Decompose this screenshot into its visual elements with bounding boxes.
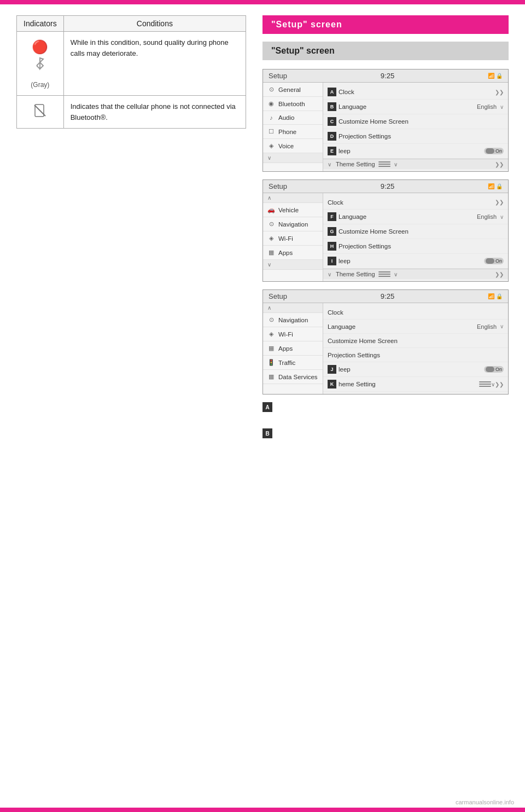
row-label-clock-3: Clock — [328, 309, 504, 316]
setup-titlebar-3: Setup 9:25 📶 🔒 — [263, 290, 508, 303]
row-value-language-2: English — [477, 213, 497, 220]
row-label-projection: Projection Settings — [339, 133, 504, 140]
menu-item-traffic[interactable]: 🚦 Traffic — [263, 356, 323, 370]
menu-item-apps-2[interactable]: ▦ Apps — [263, 341, 323, 356]
setup-row-language-3[interactable]: Language English ∨ — [323, 320, 508, 334]
toggle-sleep[interactable]: On — [484, 148, 504, 154]
theme-row-2[interactable]: Theme Setting ∨ — [331, 271, 495, 277]
badge-G: G — [328, 227, 336, 236]
dropdown-icon-2: ∨ — [500, 214, 504, 220]
setup-row-language[interactable]: B Language English ∨ — [323, 100, 508, 114]
setup-row-theme-3[interactable]: K heme Setting ∨ ❯❯ — [323, 377, 508, 392]
menu-item-wifi[interactable]: ◈ Wi-Fi — [263, 231, 323, 246]
bluetooth-svg — [32, 57, 48, 72]
data-services-icon: ▦ — [267, 373, 275, 380]
menu-item-bluetooth[interactable]: ◉ Bluetooth — [263, 97, 323, 111]
row-label-home: Customize Home Screen — [339, 118, 504, 125]
navigation-icon-2: ⊙ — [267, 316, 275, 323]
toggle-sleep-2[interactable]: On — [484, 258, 504, 264]
setup-row-projection[interactable]: D Projection Settings — [323, 129, 508, 144]
chevron-down-icon-2: ∨ — [328, 161, 331, 167]
setup-row-clock-2[interactable]: Clock ❯❯ — [323, 195, 508, 210]
row-value-language-3: English — [477, 323, 497, 330]
chevron-up-icon-2: ∧ — [267, 305, 271, 311]
setup-time-3: 9:25 — [381, 292, 394, 300]
setup-row-sleep-2[interactable]: I leep On — [323, 254, 508, 269]
setup-row-language-2[interactable]: F Language English ∨ — [323, 210, 508, 224]
menu-scroll-up-2[interactable]: ∧ — [263, 193, 323, 203]
menu-item-audio[interactable]: ♪ Audio — [263, 111, 323, 125]
setup-left-menu-3: ∧ ⊙ Navigation ◈ Wi-Fi ▦ Apps — [263, 303, 323, 394]
menu-item-voice[interactable]: ◈ Voice — [263, 139, 323, 153]
right-column: "Setup" screen "Setup" screen Setup 9:25… — [262, 15, 509, 446]
badge-C: C — [328, 117, 336, 126]
row-label-clock-2: Clock — [328, 199, 495, 206]
double-arrow-icon-4: ❯❯ — [495, 381, 504, 387]
menu-scroll-down[interactable]: ∨ — [263, 153, 323, 163]
setup-row-projection-3[interactable]: Projection Settings — [323, 348, 508, 362]
apps-icon: ▦ — [267, 249, 275, 256]
setup-title-3: Setup — [269, 292, 287, 300]
toggle-text-3: On — [495, 367, 502, 372]
menu-label-voice: Voice — [278, 143, 294, 149]
setup-row-home-3[interactable]: Customize Home Screen — [323, 334, 508, 348]
theme-line — [378, 274, 390, 275]
menu-item-vehicle[interactable]: 🚗 Vehicle — [263, 203, 323, 217]
setup-row-clock-3[interactable]: Clock — [323, 305, 508, 320]
badge-K: K — [328, 380, 336, 388]
menu-item-navigation[interactable]: ⊙ Navigation — [263, 217, 323, 231]
dropdown-icon-3: ∨ — [500, 323, 504, 329]
setup-screen-1: Setup 9:25 📶 🔒 ⊙ General ◉ Bluetooth — [262, 69, 509, 172]
menu-item-phone[interactable]: ☐ Phone — [263, 125, 323, 139]
menu-scroll-up-3[interactable]: ∧ — [263, 303, 323, 313]
section-heading-pink: "Setup" screen — [262, 15, 509, 34]
indicator-icon-cell: 🔴 (Gray) — [17, 32, 64, 96]
menu-label-navigation-2: Navigation — [278, 317, 308, 323]
setup-status-icons-2: 📶 🔒 — [488, 183, 503, 189]
row-value-language: English — [477, 103, 497, 110]
toggle-text: On — [495, 148, 502, 154]
menu-label-bluetooth: Bluetooth — [278, 101, 305, 107]
menu-label-apps-2: Apps — [278, 345, 293, 352]
menu-item-navigation-2[interactable]: ⊙ Navigation — [263, 313, 323, 327]
setup-row-home[interactable]: C Customize Home Screen — [323, 114, 508, 129]
setup-row-sleep-3[interactable]: J leep On — [323, 362, 508, 377]
toggle-slider-3 — [486, 367, 494, 372]
lock-icon: 🔒 — [496, 73, 503, 79]
condition-text-1: While in this condition, sound quality d… — [63, 32, 246, 96]
arrow-icon: ❯❯ — [495, 89, 504, 95]
setup-row-projection-2[interactable]: H Projection Settings — [323, 239, 508, 254]
top-bar — [0, 0, 525, 4]
row-label-language-2: Language — [339, 213, 477, 220]
badge-E: E — [328, 147, 336, 155]
menu-item-wifi-2[interactable]: ◈ Wi-Fi — [263, 327, 323, 341]
menu-item-data-services[interactable]: ▦ Data Services — [263, 370, 323, 384]
toggle-sleep-3[interactable]: On — [484, 366, 504, 373]
setup-row-sleep[interactable]: E leep On — [323, 144, 508, 159]
row-label-clock: Clock — [339, 89, 495, 95]
chevron-down-icon-4: ∨ — [328, 271, 331, 277]
dropdown-theme-icon-2: ∨ — [394, 271, 398, 277]
setup-title-1: Setup — [269, 72, 287, 80]
col-conditions-header: Conditions — [63, 16, 246, 32]
setup-row-home-2[interactable]: G Customize Home Screen — [323, 224, 508, 239]
menu-item-apps[interactable]: ▦ Apps — [263, 246, 323, 260]
voice-icon: ◈ — [267, 142, 275, 149]
navigation-icon: ⊙ — [267, 221, 275, 228]
theme-lines-icon — [378, 161, 390, 167]
setup-body-3: ∧ ⊙ Navigation ◈ Wi-Fi ▦ Apps — [263, 303, 508, 394]
svg-marker-0 — [40, 58, 43, 69]
menu-label-vehicle: Vehicle — [278, 207, 299, 213]
gray-label: (Gray) — [24, 80, 57, 90]
menu-scroll-down-2[interactable]: ∨ — [263, 260, 323, 270]
theme-row-1[interactable]: Theme Setting ∨ — [331, 161, 495, 167]
condition-text-2: Indicates that the cellular phone is not… — [63, 96, 246, 129]
signal-icon-2: 📶 — [488, 183, 494, 189]
badge-J: J — [328, 365, 336, 374]
setup-row-clock[interactable]: A Clock ❯❯ — [323, 85, 508, 100]
row-label-sleep-3: leep — [339, 366, 484, 373]
menu-label-traffic: Traffic — [278, 359, 295, 366]
bottom-nav-2: ∨ Theme Setting ∨ ❯❯ — [323, 269, 508, 279]
setup-left-menu-1: ⊙ General ◉ Bluetooth ♪ Audio ☐ Phone — [263, 83, 323, 171]
menu-item-general[interactable]: ⊙ General — [263, 83, 323, 97]
